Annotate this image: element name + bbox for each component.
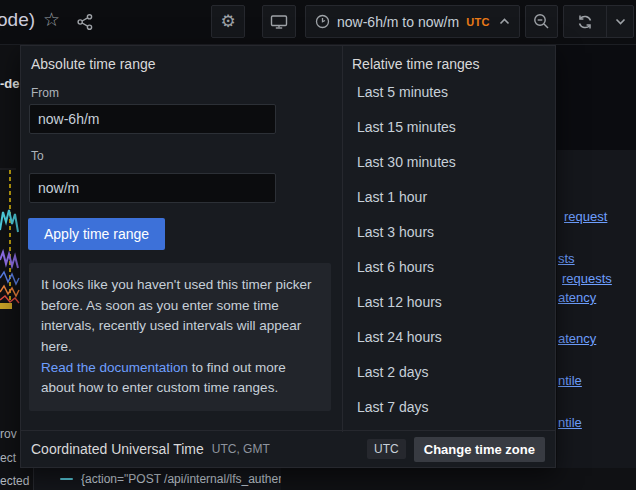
relative-range-option[interactable]: Last 5 minutes — [343, 74, 556, 109]
timezone-detail: UTC, GMT — [212, 442, 270, 456]
zoom-out-icon — [533, 13, 550, 30]
time-picker-dropdown: Absolute time range From To Apply time r… — [20, 45, 556, 468]
relative-range-option[interactable]: Last 1 hour — [343, 179, 556, 214]
relative-range-option[interactable]: Last 15 minutes — [343, 109, 556, 144]
dashboard-settings-button[interactable]: ⚙ — [211, 5, 245, 38]
legend-link-fragment[interactable]: ntile — [558, 373, 582, 388]
zoom-out-time-button[interactable] — [525, 5, 558, 38]
timezone-name: Coordinated Universal Time — [31, 441, 204, 457]
refresh-dashboard-button[interactable] — [564, 6, 606, 37]
relative-range-option[interactable]: Last 7 days — [343, 389, 556, 424]
relative-range-option[interactable]: Last 6 hours — [343, 249, 556, 284]
relative-range-option[interactable]: Last 3 hours — [343, 214, 556, 249]
timezone-footer: Coordinated Universal Time UTC, GMT UTC … — [21, 430, 555, 467]
relative-range-option[interactable]: Last 30 minutes — [343, 144, 556, 179]
star-icon[interactable]: ☆ — [43, 8, 60, 31]
relative-ranges-list: Last 5 minutesLast 15 minutesLast 30 min… — [343, 74, 556, 424]
grafana-screen: -de rovectected {action="POST /api/inter… — [0, 0, 636, 490]
top-navbar: ode) ☆ ⚙ now-6h/m to now/m UTC — [0, 0, 636, 45]
absolute-range-heading: Absolute time range — [31, 56, 156, 72]
apply-time-range-button[interactable]: Apply time range — [28, 218, 165, 250]
legend-series-label: {action="POST /api/internal/lfs_authenti… — [81, 472, 281, 486]
legend-link-fragment[interactable]: requests — [562, 271, 612, 286]
documentation-link[interactable]: Read the documentation — [41, 360, 188, 375]
change-time-zone-button[interactable]: Change time zone — [414, 437, 545, 462]
relative-range-option[interactable]: Last 24 hours — [343, 319, 556, 354]
clock-icon — [315, 14, 330, 29]
legend-series-dash — [60, 478, 73, 480]
legend-link-fragment[interactable]: request — [564, 209, 607, 224]
background-panel-title-fragment: -de — [0, 76, 20, 91]
from-label: From — [31, 86, 59, 100]
share-icon[interactable] — [76, 13, 94, 31]
relative-range-option[interactable]: Last 12 hours — [343, 284, 556, 319]
relative-range-heading: Relative time ranges — [352, 56, 480, 72]
legend-link-fragment[interactable]: atency — [558, 290, 596, 305]
info-text: It looks like you haven't used this time… — [41, 277, 311, 354]
refresh-button-group — [563, 5, 634, 38]
refresh-icon — [577, 14, 593, 30]
utc-badge: UTC — [367, 439, 406, 459]
background-text-fragment: ected — [0, 474, 29, 488]
chevron-up-icon — [499, 18, 510, 25]
background-text-fragment: ect — [0, 451, 16, 465]
to-label: To — [31, 149, 44, 163]
dashboard-title-fragment: ode) — [0, 9, 35, 31]
background-text-fragment: rov — [0, 427, 17, 441]
from-input[interactable] — [29, 104, 276, 134]
time-range-picker-button[interactable]: now-6h/m to now/m UTC — [305, 5, 520, 38]
background-legend-row: {action="POST /api/internal/lfs_authenti… — [33, 468, 281, 490]
legend-link-fragment[interactable]: sts — [558, 251, 575, 266]
recent-ranges-info-box: It looks like you haven't used this time… — [29, 263, 331, 411]
chevron-down-icon — [615, 18, 626, 25]
legend-link-fragment[interactable]: atency — [558, 331, 596, 346]
time-range-label: now-6h/m to now/m — [337, 14, 459, 30]
background-dark-area — [556, 45, 636, 150]
cycle-view-mode-button[interactable] — [262, 5, 296, 38]
tv-icon — [270, 14, 288, 30]
legend-link-fragment[interactable]: ntile — [558, 415, 582, 430]
gear-icon: ⚙ — [220, 11, 235, 32]
timezone-label: UTC — [466, 16, 490, 28]
relative-range-option[interactable]: Last 2 days — [343, 354, 556, 389]
background-chart-fragment — [0, 160, 20, 310]
refresh-interval-dropdown[interactable] — [606, 6, 633, 37]
to-input[interactable] — [29, 173, 276, 203]
